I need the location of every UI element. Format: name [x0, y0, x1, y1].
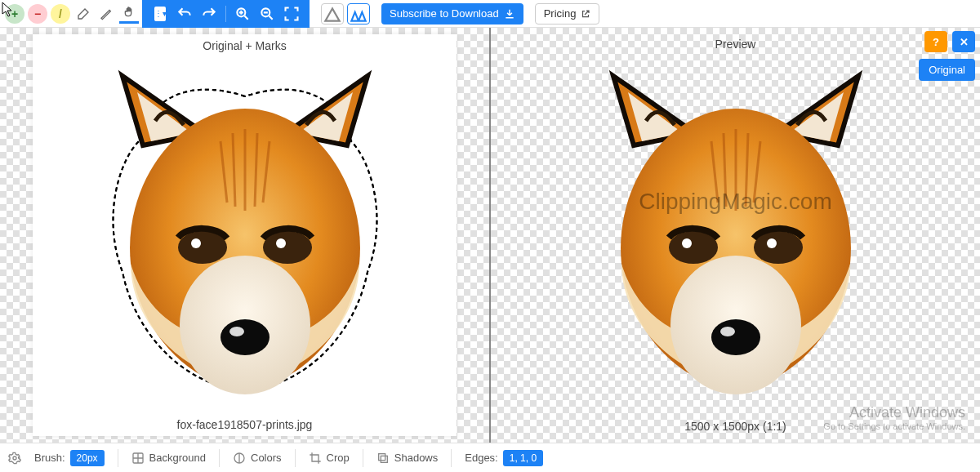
- menu-dropdown[interactable]: ⋮▾: [152, 6, 168, 22]
- preview-pane[interactable]: Preview: [491, 28, 980, 443]
- bgmode-transparent[interactable]: [347, 3, 370, 24]
- crop-panel-button[interactable]: Crop: [309, 452, 350, 465]
- subscribe-label: Subscribe to Download: [390, 7, 499, 20]
- colors-label: Colors: [251, 452, 282, 464]
- edges-label: Edges:: [465, 452, 497, 464]
- hair-mark-tool[interactable]: /: [51, 4, 70, 24]
- crop-label: Crop: [327, 452, 350, 464]
- svg-point-7: [220, 319, 270, 355]
- cursor-icon: [2, 2, 15, 18]
- background-label: Background: [149, 452, 206, 464]
- history-zoom-group: ⋮▾: [142, 0, 310, 28]
- preview-dimensions: 1500 x 1500px (1:1): [491, 415, 980, 438]
- original-pane[interactable]: Original + Marks: [0, 28, 491, 443]
- pricing-button[interactable]: Pricing: [535, 3, 600, 24]
- svg-point-16: [13, 456, 16, 460]
- editor-workspace: Original + Marks: [0, 28, 980, 443]
- bgmode-plain[interactable]: [321, 3, 344, 24]
- preview-image: [564, 64, 907, 407]
- svg-point-15: [720, 327, 735, 336]
- bottom-toolbar: Brush: 20px Background Colors Crop Shado…: [0, 443, 980, 472]
- shadows-icon: [376, 452, 390, 465]
- eraser-tool[interactable]: [74, 4, 93, 24]
- preview-label: Preview: [491, 33, 980, 56]
- pan-tool[interactable]: [119, 4, 139, 24]
- download-icon: [504, 8, 515, 20]
- external-link-icon: [581, 9, 590, 19]
- background-icon: [131, 452, 145, 465]
- subscribe-button[interactable]: Subscribe to Download: [381, 3, 523, 24]
- scalpel-tool[interactable]: [96, 4, 116, 24]
- original-filename: fox-face1918507-prints.jpg: [177, 413, 313, 436]
- background-panel-button[interactable]: Background: [131, 452, 206, 465]
- zoom-in-button[interactable]: [234, 6, 251, 22]
- shadows-panel-button[interactable]: Shadows: [376, 452, 438, 465]
- svg-point-12: [682, 238, 692, 248]
- colors-panel-button[interactable]: Colors: [233, 452, 282, 465]
- edges-value: 1, 1, 0: [503, 450, 543, 466]
- brush-size-value: 20px: [70, 450, 105, 466]
- zoom-out-button[interactable]: [259, 6, 275, 22]
- svg-point-13: [767, 238, 777, 248]
- svg-point-6: [276, 238, 286, 248]
- original-label: Original + Marks: [203, 34, 286, 57]
- pricing-label: Pricing: [544, 7, 577, 20]
- svg-point-8: [229, 327, 244, 336]
- edges-control[interactable]: Edges: 1, 1, 0: [465, 450, 543, 466]
- settings-gear[interactable]: [8, 452, 21, 465]
- svg-point-5: [191, 238, 201, 248]
- close-button[interactable]: ✕: [952, 31, 975, 52]
- colors-icon: [233, 452, 246, 465]
- fit-button[interactable]: [283, 6, 300, 22]
- crop-icon: [309, 452, 322, 465]
- brush-size-control[interactable]: Brush: 20px: [34, 450, 105, 466]
- gear-icon: [8, 452, 21, 465]
- svg-point-14: [711, 319, 760, 355]
- toggle-original-button[interactable]: Original: [919, 59, 975, 81]
- brush-size-label: Brush:: [34, 452, 65, 464]
- svg-rect-20: [381, 456, 387, 462]
- help-button[interactable]: ?: [924, 31, 947, 52]
- remove-mark-tool[interactable]: −: [28, 4, 47, 24]
- original-image: [74, 64, 416, 407]
- top-toolbar: + − / ⋮▾ Subscribe to Download Pricing: [0, 0, 980, 28]
- original-canvas: Original + Marks: [33, 34, 457, 436]
- shadows-label: Shadows: [394, 452, 438, 464]
- undo-button[interactable]: [176, 6, 193, 22]
- svg-rect-19: [378, 453, 385, 460]
- redo-button[interactable]: [201, 6, 217, 22]
